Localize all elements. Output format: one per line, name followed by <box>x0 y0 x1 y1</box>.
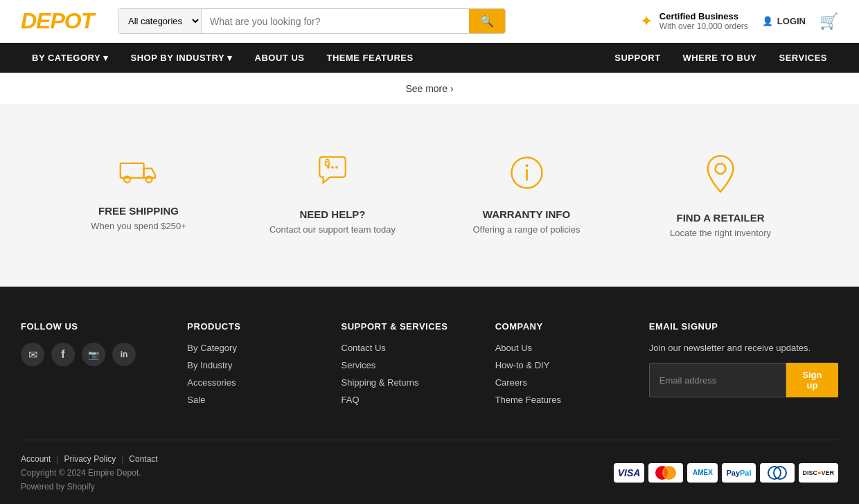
follow-us-title: FOLLOW US <box>21 321 159 332</box>
footer-faq[interactable]: FAQ <box>342 395 468 405</box>
visa-icon: VISA <box>614 463 645 483</box>
footer-privacy-link[interactable]: Privacy Policy <box>64 454 116 464</box>
facebook-icon[interactable]: f <box>51 343 75 366</box>
nav-services[interactable]: SERVICES <box>768 43 838 73</box>
svg-point-10 <box>716 163 726 174</box>
feature-desc: Contact our support team today <box>269 224 396 235</box>
login-button[interactable]: 👤 LOGIN <box>762 16 806 26</box>
logo[interactable]: DEPOT <box>21 8 104 34</box>
footer-accessories[interactable]: Accessories <box>187 377 313 388</box>
amex-icon: AMEX <box>687 463 718 483</box>
svg-point-4 <box>331 166 334 169</box>
search-input[interactable] <box>202 9 469 33</box>
certified-subtitle: With over 10,000 orders <box>659 21 748 31</box>
footer-services[interactable]: Services <box>342 360 468 370</box>
certified-business: ✦ Certified Business With over 10,000 or… <box>640 11 748 31</box>
cart-icon[interactable]: 🛒 <box>820 12 838 30</box>
chat-icon <box>312 154 353 197</box>
feature-free-shipping: FREE SHIPPING When you spend $250+ <box>42 140 236 252</box>
pin-icon <box>703 154 738 201</box>
footer-email-signup: EMAIL SIGNUP Join our newsletter and rec… <box>649 321 838 412</box>
discover-icon: DISC●VER <box>799 463 838 483</box>
nav-support[interactable]: SUPPORT <box>603 43 671 73</box>
user-icon: 👤 <box>762 16 773 26</box>
footer-shipping-returns[interactable]: Shipping & Returns <box>342 377 468 388</box>
footer-bottom: Account | Privacy Policy | Contact Copyr… <box>21 440 838 492</box>
nav-right: SUPPORT WHERE TO BUY SERVICES <box>603 43 838 73</box>
footer-theme-features[interactable]: Theme Features <box>495 395 621 405</box>
footer-support: SUPPORT & SERVICES Contact Us Services S… <box>342 321 468 412</box>
svg-point-3 <box>327 166 330 169</box>
footer-sale[interactable]: Sale <box>187 395 313 405</box>
footer-top: FOLLOW US ✉ f 📷 in PRODUCTS By Category … <box>21 321 838 412</box>
email-signup-desc: Join our newsletter and receive updates. <box>649 343 838 353</box>
products-title: PRODUCTS <box>187 321 313 332</box>
signup-button[interactable]: Sign up <box>786 363 838 397</box>
footer-how-to-diy[interactable]: How-to & DIY <box>495 360 621 370</box>
feature-desc: Offering a range of policies <box>472 224 580 235</box>
header: DEPOT All categories 🔍 ✦ Certified Busin… <box>0 0 859 43</box>
category-select[interactable]: All categories <box>118 9 202 33</box>
separator: | <box>56 454 58 464</box>
feature-warranty: WARRANTY INFO Offering a range of polici… <box>430 140 623 252</box>
certified-icon: ✦ <box>640 12 653 30</box>
search-bar: All categories 🔍 <box>118 8 506 34</box>
nav-by-category[interactable]: BY CATEGORY ▾ <box>21 43 120 73</box>
linkedin-icon[interactable]: in <box>112 343 136 366</box>
feature-desc: Locate the right inventory <box>670 228 771 238</box>
footer-account-link[interactable]: Account <box>21 454 51 464</box>
nav-theme-features[interactable]: THEME FEATURES <box>315 43 424 73</box>
footer-contact-us[interactable]: Contact Us <box>342 343 468 353</box>
footer-contact-link[interactable]: Contact <box>129 454 157 464</box>
social-icons: ✉ f 📷 in <box>21 343 159 366</box>
certified-title: Certified Business <box>659 11 748 21</box>
email-input[interactable] <box>649 363 786 397</box>
support-title: SUPPORT & SERVICES <box>342 321 468 332</box>
footer-bottom-links: Account | Privacy Policy | Contact <box>21 454 158 464</box>
footer-about-us[interactable]: About Us <box>495 343 621 353</box>
features-section: FREE SHIPPING When you spend $250+ NEED … <box>0 105 859 287</box>
footer-by-category[interactable]: By Category <box>187 343 313 353</box>
footer: FOLLOW US ✉ f 📷 in PRODUCTS By Category … <box>0 287 859 504</box>
diners-icon <box>760 463 795 483</box>
svg-point-5 <box>335 166 338 169</box>
footer-products: PRODUCTS By Category By Industry Accesso… <box>187 321 313 412</box>
email-form: Sign up <box>649 363 838 397</box>
email-social-icon[interactable]: ✉ <box>21 343 44 366</box>
feature-title: WARRANTY INFO <box>483 208 570 220</box>
payment-icons: VISA AMEX PayPal DISC●VER <box>614 463 838 483</box>
svg-rect-0 <box>121 163 144 178</box>
company-title: COMPANY <box>495 321 621 332</box>
footer-company: COMPANY About Us How-to & DIY Careers Th… <box>495 321 621 412</box>
footer-bottom-left: Account | Privacy Policy | Contact Copyr… <box>21 454 158 492</box>
see-more-bar: See more › <box>0 73 859 105</box>
nav-shop-by-industry[interactable]: SHOP BY INDUSTRY ▾ <box>120 43 244 73</box>
paypal-icon: PayPal <box>722 463 755 483</box>
feature-need-help: NEED HELP? Contact our support team toda… <box>236 140 430 252</box>
main-nav: BY CATEGORY ▾ SHOP BY INDUSTRY ▾ ABOUT U… <box>0 43 859 73</box>
svg-point-9 <box>525 164 528 167</box>
footer-powered: Powered by Shopify <box>21 482 158 492</box>
footer-follow-us: FOLLOW US ✉ f 📷 in <box>21 321 159 412</box>
search-button[interactable]: 🔍 <box>469 9 505 33</box>
instagram-icon[interactable]: 📷 <box>82 343 105 366</box>
see-more-link[interactable]: See more › <box>405 83 453 94</box>
email-signup-title: EMAIL SIGNUP <box>649 321 838 332</box>
feature-desc: When you spend $250+ <box>91 221 186 231</box>
nav-about-us[interactable]: ABOUT US <box>244 43 316 73</box>
nav-left: BY CATEGORY ▾ SHOP BY INDUSTRY ▾ ABOUT U… <box>21 43 425 73</box>
feature-find-retailer: FIND A RETAILER Locate the right invento… <box>623 140 817 252</box>
feature-title: NEED HELP? <box>299 208 365 220</box>
truck-icon <box>118 154 159 194</box>
feature-title: FREE SHIPPING <box>98 205 179 217</box>
svg-point-6 <box>326 161 330 165</box>
mastercard-icon <box>648 463 683 483</box>
nav-where-to-buy[interactable]: WHERE TO BUY <box>672 43 768 73</box>
footer-copyright: Copyright © 2024 Empire Depot. <box>21 468 158 478</box>
feature-title: FIND A RETAILER <box>677 212 765 224</box>
separator: | <box>121 454 123 464</box>
footer-careers[interactable]: Careers <box>495 377 621 388</box>
footer-by-industry[interactable]: By Industry <box>187 360 313 370</box>
info-icon <box>508 154 546 197</box>
